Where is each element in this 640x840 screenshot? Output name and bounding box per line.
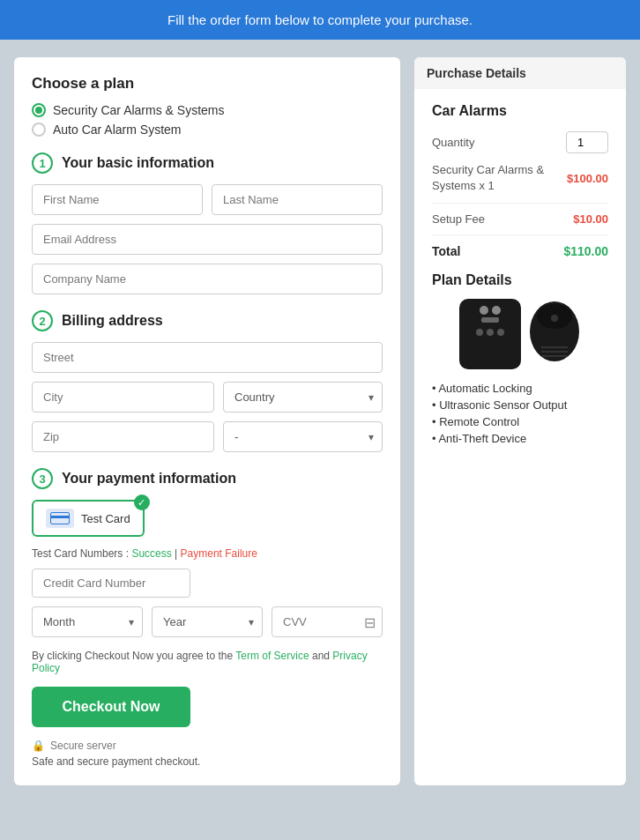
remote-btn-unlock: [492, 306, 501, 315]
company-input[interactable]: [32, 264, 383, 294]
total-label: Total: [432, 244, 460, 258]
choose-plan-title: Choose a plan: [32, 75, 383, 93]
section3-num: 3: [32, 468, 53, 489]
feature-4: Anti-Theft Device: [432, 432, 608, 445]
card-icon-inner: [50, 512, 70, 524]
setup-fee-value: $10.00: [573, 212, 608, 226]
checkout-button[interactable]: Checkout Now: [32, 687, 190, 727]
plan-label-auto: Auto Car Alarm System: [53, 123, 182, 137]
success-link[interactable]: Success: [131, 547, 171, 560]
safe-text: Safe and secure payment checkout.: [32, 755, 383, 768]
month-wrapper: Month: [32, 606, 143, 637]
section2-num: 2: [32, 310, 53, 331]
lock-icon: 🔒: [32, 740, 45, 752]
banner-text: Fill the order form below to complete yo…: [167, 12, 473, 27]
state-wrapper: -: [223, 421, 383, 452]
terms-and: and: [312, 650, 330, 662]
total-row: Total $110.00: [432, 244, 608, 258]
radio-security[interactable]: [32, 103, 46, 117]
secure-label: Secure server: [50, 740, 116, 752]
country-wrapper: Country: [223, 382, 383, 413]
section2-title: Billing address: [62, 313, 163, 329]
section1-header: 1 Your basic information: [32, 152, 383, 174]
zip-input[interactable]: [32, 421, 214, 452]
remote-bottom-btns: [476, 329, 504, 336]
radio-auto[interactable]: [32, 123, 46, 137]
feature-2: Ultrasonic Sensor Output: [432, 398, 608, 412]
setup-fee-label: Setup Fee: [432, 212, 485, 226]
month-select[interactable]: Month: [32, 606, 143, 637]
section2-header: 2 Billing address: [32, 310, 383, 331]
failure-link[interactable]: Payment Failure: [181, 547, 257, 560]
street-input[interactable]: [32, 342, 383, 373]
city-input[interactable]: [32, 382, 214, 413]
test-card-label: Test Card Numbers :: [32, 547, 129, 560]
cvv-wrapper: ⊟: [272, 606, 383, 637]
car-alarms-title: Car Alarms: [432, 103, 608, 119]
card-number-input[interactable]: [32, 569, 190, 598]
product-price: $100.00: [567, 172, 608, 185]
remote-btn-small1: [476, 329, 483, 336]
car-horn-img: [528, 299, 581, 365]
quantity-input[interactable]: [566, 131, 608, 153]
plan-option-security[interactable]: Security Car Alarms & Systems: [32, 103, 383, 117]
first-name-input[interactable]: [32, 184, 203, 215]
card-option[interactable]: Test Card ✓: [32, 500, 145, 537]
section1-num: 1: [32, 152, 53, 174]
street-row: [32, 342, 383, 373]
country-select[interactable]: Country: [223, 382, 383, 413]
email-input[interactable]: [32, 224, 383, 255]
year-wrapper: Year: [152, 606, 263, 637]
section1-title: Your basic information: [62, 155, 214, 171]
plan-option-auto[interactable]: Auto Car Alarm System: [32, 123, 383, 137]
top-banner: Fill the order form below to complete yo…: [0, 0, 640, 40]
product-image-area: [432, 299, 608, 369]
remote-btn-small2: [487, 329, 494, 336]
feature-1: Automatic Locking: [432, 382, 608, 395]
company-row: [32, 264, 383, 294]
plan-label-security: Security Car Alarms & Systems: [53, 103, 225, 117]
product-price-row: Security Car Alarms & Systems x 1 $100.0…: [432, 162, 608, 194]
card-checkmark: ✓: [134, 494, 150, 510]
quantity-row: Quantity: [432, 131, 608, 153]
section3-title: Your payment information: [62, 471, 236, 487]
terms-prefix: By clicking Checkout Now you agree to th…: [32, 650, 233, 662]
card-icon-img: [46, 509, 74, 528]
name-row: [32, 184, 383, 215]
email-row: [32, 224, 383, 255]
zip-state-row: -: [32, 421, 383, 452]
left-panel: Choose a plan Security Car Alarms & Syst…: [14, 57, 400, 785]
horn-svg: [528, 299, 581, 365]
right-panel: Purchase Details Car Alarms Quantity Sec…: [414, 57, 626, 785]
product-line: Security Car Alarms & Systems x 1: [432, 162, 555, 194]
plan-details-title: Plan Details: [432, 272, 608, 288]
purchase-details-title: Purchase Details: [414, 57, 626, 89]
features-list: Automatic Locking Ultrasonic Sensor Outp…: [432, 382, 608, 445]
total-value: $110.00: [563, 244, 608, 258]
expiry-row: Month Year ⊟: [32, 606, 383, 637]
section3-header: 3 Your payment information: [32, 468, 383, 489]
car-remote-img: [459, 299, 521, 369]
setup-fee-row: Setup Fee $10.00: [432, 212, 608, 226]
remote-btn-lock: [480, 306, 488, 315]
checkout-label: Checkout Now: [62, 699, 160, 714]
card-label: Test Card: [81, 512, 130, 525]
remote-top-btns: [480, 306, 501, 315]
feature-3: Remote Control: [432, 415, 608, 428]
main-container: Choose a plan Security Car Alarms & Syst…: [0, 40, 640, 803]
test-card-info: Test Card Numbers : Success | Payment Fa…: [32, 547, 383, 560]
year-select[interactable]: Year: [152, 606, 263, 637]
remote-btn-small3: [497, 329, 504, 336]
divider1: [432, 203, 608, 204]
svg-point-5: [551, 315, 558, 322]
terms-link[interactable]: Term of Service: [235, 650, 309, 662]
divider2: [432, 234, 608, 235]
last-name-input[interactable]: [212, 184, 383, 215]
city-country-row: Country: [32, 382, 383, 413]
state-select[interactable]: -: [223, 421, 383, 452]
cvv-icon: ⊟: [364, 613, 376, 630]
secure-row: 🔒 Secure server: [32, 740, 383, 752]
remote-arrow: [481, 317, 499, 323]
terms-text: By clicking Checkout Now you agree to th…: [32, 650, 383, 674]
quantity-label: Quantity: [432, 136, 474, 149]
